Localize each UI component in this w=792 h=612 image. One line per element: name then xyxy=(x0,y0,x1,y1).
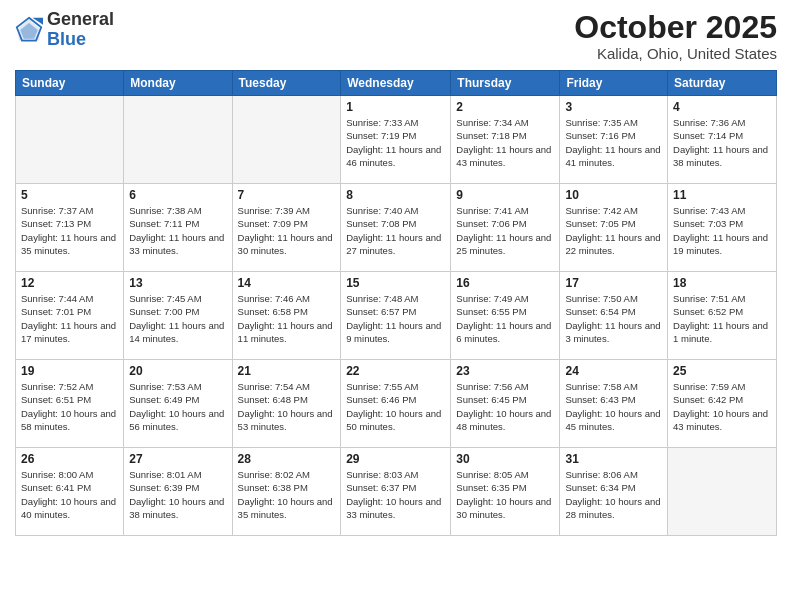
day-number: 4 xyxy=(673,100,771,114)
day-number: 15 xyxy=(346,276,445,290)
day-number: 29 xyxy=(346,452,445,466)
weekday-header: Monday xyxy=(124,71,232,96)
day-info: Sunrise: 7:46 AM Sunset: 6:58 PM Dayligh… xyxy=(238,292,336,345)
day-info: Sunrise: 7:51 AM Sunset: 6:52 PM Dayligh… xyxy=(673,292,771,345)
day-number: 10 xyxy=(565,188,662,202)
day-info: Sunrise: 8:00 AM Sunset: 6:41 PM Dayligh… xyxy=(21,468,118,521)
location: Kalida, Ohio, United States xyxy=(574,45,777,62)
weekday-header: Saturday xyxy=(668,71,777,96)
day-info: Sunrise: 7:43 AM Sunset: 7:03 PM Dayligh… xyxy=(673,204,771,257)
day-info: Sunrise: 7:39 AM Sunset: 7:09 PM Dayligh… xyxy=(238,204,336,257)
calendar-cell: 6Sunrise: 7:38 AM Sunset: 7:11 PM Daylig… xyxy=(124,184,232,272)
day-number: 8 xyxy=(346,188,445,202)
calendar-cell xyxy=(124,96,232,184)
day-info: Sunrise: 7:52 AM Sunset: 6:51 PM Dayligh… xyxy=(21,380,118,433)
calendar-cell xyxy=(668,448,777,536)
calendar-cell: 14Sunrise: 7:46 AM Sunset: 6:58 PM Dayli… xyxy=(232,272,341,360)
day-number: 6 xyxy=(129,188,226,202)
logo: General Blue xyxy=(15,10,114,50)
calendar-cell: 25Sunrise: 7:59 AM Sunset: 6:42 PM Dayli… xyxy=(668,360,777,448)
day-info: Sunrise: 7:35 AM Sunset: 7:16 PM Dayligh… xyxy=(565,116,662,169)
day-info: Sunrise: 7:50 AM Sunset: 6:54 PM Dayligh… xyxy=(565,292,662,345)
day-info: Sunrise: 7:33 AM Sunset: 7:19 PM Dayligh… xyxy=(346,116,445,169)
header: General Blue October 2025 Kalida, Ohio, … xyxy=(15,10,777,62)
day-number: 25 xyxy=(673,364,771,378)
day-number: 7 xyxy=(238,188,336,202)
calendar-cell: 13Sunrise: 7:45 AM Sunset: 7:00 PM Dayli… xyxy=(124,272,232,360)
title-area: October 2025 Kalida, Ohio, United States xyxy=(574,10,777,62)
calendar-cell: 8Sunrise: 7:40 AM Sunset: 7:08 PM Daylig… xyxy=(341,184,451,272)
calendar-cell: 17Sunrise: 7:50 AM Sunset: 6:54 PM Dayli… xyxy=(560,272,668,360)
day-number: 21 xyxy=(238,364,336,378)
day-number: 17 xyxy=(565,276,662,290)
day-number: 13 xyxy=(129,276,226,290)
day-number: 28 xyxy=(238,452,336,466)
calendar-cell xyxy=(16,96,124,184)
logo-text: General Blue xyxy=(47,10,114,50)
calendar-cell: 21Sunrise: 7:54 AM Sunset: 6:48 PM Dayli… xyxy=(232,360,341,448)
calendar-cell: 9Sunrise: 7:41 AM Sunset: 7:06 PM Daylig… xyxy=(451,184,560,272)
calendar-cell: 27Sunrise: 8:01 AM Sunset: 6:39 PM Dayli… xyxy=(124,448,232,536)
calendar-cell: 2Sunrise: 7:34 AM Sunset: 7:18 PM Daylig… xyxy=(451,96,560,184)
day-number: 3 xyxy=(565,100,662,114)
day-info: Sunrise: 7:45 AM Sunset: 7:00 PM Dayligh… xyxy=(129,292,226,345)
day-info: Sunrise: 7:44 AM Sunset: 7:01 PM Dayligh… xyxy=(21,292,118,345)
day-number: 1 xyxy=(346,100,445,114)
calendar-cell: 24Sunrise: 7:58 AM Sunset: 6:43 PM Dayli… xyxy=(560,360,668,448)
week-row: 12Sunrise: 7:44 AM Sunset: 7:01 PM Dayli… xyxy=(16,272,777,360)
calendar: SundayMondayTuesdayWednesdayThursdayFrid… xyxy=(15,70,777,536)
day-info: Sunrise: 8:05 AM Sunset: 6:35 PM Dayligh… xyxy=(456,468,554,521)
day-number: 16 xyxy=(456,276,554,290)
page: General Blue October 2025 Kalida, Ohio, … xyxy=(0,0,792,612)
week-row: 1Sunrise: 7:33 AM Sunset: 7:19 PM Daylig… xyxy=(16,96,777,184)
week-row: 5Sunrise: 7:37 AM Sunset: 7:13 PM Daylig… xyxy=(16,184,777,272)
day-number: 22 xyxy=(346,364,445,378)
day-number: 24 xyxy=(565,364,662,378)
day-number: 20 xyxy=(129,364,226,378)
day-info: Sunrise: 7:40 AM Sunset: 7:08 PM Dayligh… xyxy=(346,204,445,257)
day-info: Sunrise: 8:02 AM Sunset: 6:38 PM Dayligh… xyxy=(238,468,336,521)
calendar-cell: 26Sunrise: 8:00 AM Sunset: 6:41 PM Dayli… xyxy=(16,448,124,536)
day-info: Sunrise: 7:48 AM Sunset: 6:57 PM Dayligh… xyxy=(346,292,445,345)
weekday-header: Tuesday xyxy=(232,71,341,96)
day-number: 12 xyxy=(21,276,118,290)
day-number: 31 xyxy=(565,452,662,466)
day-number: 26 xyxy=(21,452,118,466)
day-info: Sunrise: 7:53 AM Sunset: 6:49 PM Dayligh… xyxy=(129,380,226,433)
week-row: 26Sunrise: 8:00 AM Sunset: 6:41 PM Dayli… xyxy=(16,448,777,536)
day-info: Sunrise: 7:41 AM Sunset: 7:06 PM Dayligh… xyxy=(456,204,554,257)
calendar-cell: 3Sunrise: 7:35 AM Sunset: 7:16 PM Daylig… xyxy=(560,96,668,184)
logo-blue: Blue xyxy=(47,30,114,50)
month-title: October 2025 xyxy=(574,10,777,45)
calendar-cell xyxy=(232,96,341,184)
calendar-cell: 20Sunrise: 7:53 AM Sunset: 6:49 PM Dayli… xyxy=(124,360,232,448)
day-number: 2 xyxy=(456,100,554,114)
weekday-header: Sunday xyxy=(16,71,124,96)
logo-icon xyxy=(15,16,43,44)
day-info: Sunrise: 7:36 AM Sunset: 7:14 PM Dayligh… xyxy=(673,116,771,169)
calendar-cell: 19Sunrise: 7:52 AM Sunset: 6:51 PM Dayli… xyxy=(16,360,124,448)
day-number: 14 xyxy=(238,276,336,290)
calendar-cell: 29Sunrise: 8:03 AM Sunset: 6:37 PM Dayli… xyxy=(341,448,451,536)
day-number: 18 xyxy=(673,276,771,290)
day-info: Sunrise: 7:59 AM Sunset: 6:42 PM Dayligh… xyxy=(673,380,771,433)
day-info: Sunrise: 7:34 AM Sunset: 7:18 PM Dayligh… xyxy=(456,116,554,169)
day-info: Sunrise: 8:01 AM Sunset: 6:39 PM Dayligh… xyxy=(129,468,226,521)
week-row: 19Sunrise: 7:52 AM Sunset: 6:51 PM Dayli… xyxy=(16,360,777,448)
calendar-cell: 22Sunrise: 7:55 AM Sunset: 6:46 PM Dayli… xyxy=(341,360,451,448)
calendar-cell: 16Sunrise: 7:49 AM Sunset: 6:55 PM Dayli… xyxy=(451,272,560,360)
day-number: 27 xyxy=(129,452,226,466)
calendar-cell: 12Sunrise: 7:44 AM Sunset: 7:01 PM Dayli… xyxy=(16,272,124,360)
calendar-cell: 10Sunrise: 7:42 AM Sunset: 7:05 PM Dayli… xyxy=(560,184,668,272)
weekday-header: Thursday xyxy=(451,71,560,96)
day-number: 19 xyxy=(21,364,118,378)
day-number: 30 xyxy=(456,452,554,466)
day-info: Sunrise: 7:49 AM Sunset: 6:55 PM Dayligh… xyxy=(456,292,554,345)
day-info: Sunrise: 8:06 AM Sunset: 6:34 PM Dayligh… xyxy=(565,468,662,521)
weekday-header: Wednesday xyxy=(341,71,451,96)
calendar-cell: 15Sunrise: 7:48 AM Sunset: 6:57 PM Dayli… xyxy=(341,272,451,360)
calendar-cell: 11Sunrise: 7:43 AM Sunset: 7:03 PM Dayli… xyxy=(668,184,777,272)
weekday-header-row: SundayMondayTuesdayWednesdayThursdayFrid… xyxy=(16,71,777,96)
day-info: Sunrise: 7:55 AM Sunset: 6:46 PM Dayligh… xyxy=(346,380,445,433)
day-info: Sunrise: 7:37 AM Sunset: 7:13 PM Dayligh… xyxy=(21,204,118,257)
